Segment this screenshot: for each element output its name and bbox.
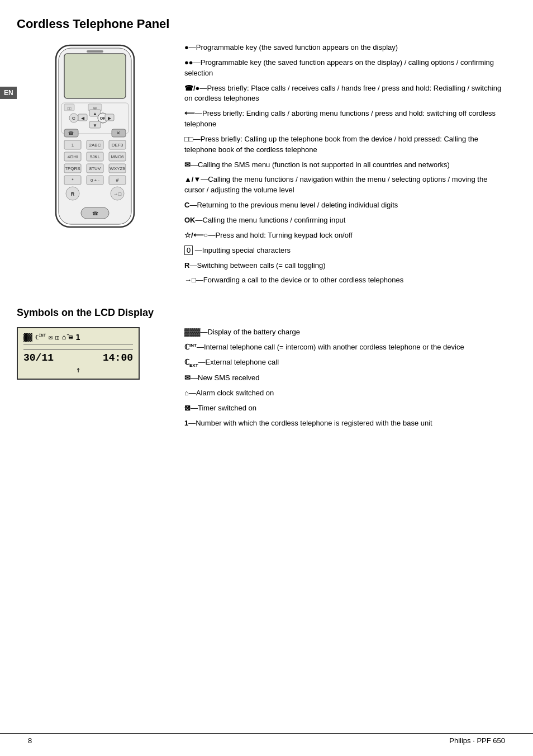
lcd-date: 30/11 (23, 352, 54, 363)
lcd-cursor-row: ↑ (23, 365, 133, 374)
bullet-7: ▲/▼ (184, 175, 201, 183)
lcd-middle-row (23, 347, 133, 350)
lcd-book-icon: ◫ (55, 334, 59, 341)
desc-item-1: ●—Programmable key (the saved function a… (184, 42, 505, 53)
lcd-battery-icon: ▓▓ (23, 333, 32, 342)
desc-item-11: 0 —Inputting special characters (184, 245, 505, 256)
svg-text:0 + -: 0 + - (91, 178, 100, 183)
desc-item-6: ✉—Calling the SMS menu (function is not … (184, 160, 505, 171)
lcd-time: 14:00 (103, 352, 133, 363)
phone-container: □□ ✉ C ▲ OK (17, 42, 173, 233)
svg-text:1: 1 (72, 143, 74, 148)
svg-text:□□: □□ (67, 107, 72, 110)
bullet-13: →□ (184, 276, 196, 284)
lcd-alarm-icon: ⌂̈ (62, 333, 66, 341)
desc-item-13: →□—Forwarding a call to the device or to… (184, 275, 505, 286)
lcd-display: ▓▓ ℂINT ✉ ◫ ⌂̈ ⊠ 1 30/11 14:00 ↑ (17, 327, 140, 380)
desc-item-3: ☎/●—Press briefly: Place calls / receive… (184, 83, 505, 105)
lcd-two-col: ▓▓ ℂINT ✉ ◫ ⌂̈ ⊠ 1 30/11 14:00 ↑ (17, 327, 505, 433)
svg-text:C: C (72, 116, 75, 121)
lcd-section: Symbols on the LCD Display ▓▓ ℂINT ✉ ◫ ⌂… (17, 307, 505, 433)
bullet-4: ⟵ (184, 109, 195, 117)
desc-item-5: □□—Press briefly: Calling up the telepho… (184, 134, 505, 155)
lcd-top-row: ▓▓ ℂINT ✉ ◫ ⌂̈ ⊠ 1 (23, 333, 133, 344)
svg-text:7PQRS: 7PQRS (65, 166, 80, 171)
desc-item-8: C—Returning to the previous menu level /… (184, 200, 505, 211)
lcd-sym-5: ⌂—Alarm clock switched on (184, 388, 505, 399)
sms-icon: ✉ (184, 374, 191, 382)
alarm-icon: ⌂ (184, 389, 189, 397)
svg-text:R: R (71, 191, 75, 197)
bold-r: R (184, 261, 189, 270)
section2-title: Symbols on the LCD Display (17, 307, 505, 319)
svg-text:◀: ◀ (81, 116, 85, 121)
lcd-sym-7: 1—Number with which the cordless telepho… (184, 418, 505, 429)
top-section: □□ ✉ C ▲ OK (17, 42, 505, 290)
desc-item-9: OK—Calling the menu functions / confirmi… (184, 215, 505, 226)
lcd-number: 1 (75, 333, 80, 342)
svg-rect-2 (64, 54, 126, 98)
desc-item-4: ⟵—Press briefly: Ending calls / aborting… (184, 108, 505, 130)
language-tab: EN (0, 87, 17, 99)
bold-ok: OK (184, 216, 196, 224)
lcd-sym-2: ℂINT—Internal telephone call (= intercom… (184, 342, 505, 353)
page-number: 8 (28, 736, 32, 745)
svg-text:▼: ▼ (93, 123, 97, 128)
desc-item-10: ☆/⟵○—Press and hold: Turning keypad lock… (184, 230, 505, 241)
bullet-2: ●● (184, 58, 193, 67)
page-title: Cordless Telephone Panel (17, 17, 505, 31)
svg-text:2ABC: 2ABC (89, 143, 101, 148)
lcd-cursor: ↑ (76, 365, 80, 374)
brand-name: Philips · PPF 650 (449, 736, 505, 745)
bullet-1: ● (184, 43, 189, 51)
number-1-label: 1 (184, 419, 188, 427)
lcd-bottom-row: 30/11 14:00 (23, 352, 133, 363)
svg-text:✕: ✕ (116, 130, 121, 136)
bullet-10: ☆/⟵○ (184, 231, 208, 239)
svg-text:WXYZ9: WXYZ9 (110, 166, 125, 171)
lcd-sym-6: ⊠—Timer switched on (184, 403, 505, 414)
svg-text:4GHI: 4GHI (68, 154, 78, 159)
battery-icon: ▓▓▓ (184, 328, 200, 336)
lcd-sym-3: ℂEXT—External telephone call (184, 357, 505, 368)
svg-text:MNO6: MNO6 (111, 154, 124, 159)
page-footer: 8 Philips · PPF 650 (0, 733, 533, 745)
svg-text:*: * (72, 177, 74, 183)
bold-c: C (184, 201, 189, 209)
lcd-sym-1: ▓▓▓—Display of the battery charge (184, 327, 505, 338)
timer-icon: ⊠ (184, 404, 191, 412)
desc-item-2: ●●—Programmable key (the saved function … (184, 58, 505, 79)
svg-text:▶: ▶ (108, 116, 112, 121)
desc-item-12: R—Switching between calls (= call toggli… (184, 261, 505, 271)
svg-text:☎: ☎ (92, 211, 98, 216)
bullet-3: ☎/● (184, 84, 199, 92)
lcd-image-col: ▓▓ ℂINT ✉ ◫ ⌂̈ ⊠ 1 30/11 14:00 ↑ (17, 327, 173, 433)
lcd-int-icon: ℂINT (35, 333, 46, 341)
ext-call-icon: ℂEXT (184, 358, 198, 366)
svg-text:#: # (116, 177, 118, 183)
bullet-5: □□ (184, 135, 193, 143)
lcd-desc-col: ▓▓▓—Display of the battery charge ℂINT—I… (184, 327, 505, 433)
descriptions-col: ●—Programmable key (the saved function a… (184, 42, 505, 290)
svg-text:▲: ▲ (93, 111, 97, 116)
lcd-sms-icon: ✉ (49, 333, 53, 341)
bullet-6: ✉ (184, 160, 191, 169)
svg-text:5JKL: 5JKL (90, 154, 101, 159)
svg-text:☎: ☎ (68, 131, 74, 136)
phone-illustration: □□ ✉ C ▲ OK (39, 42, 151, 233)
svg-text:→□: →□ (113, 191, 122, 197)
svg-rect-3 (87, 50, 103, 53)
page: EN Cordless Telephone Panel (0, 0, 533, 756)
zero-box: 0 (184, 245, 193, 255)
phone-image-col: □□ ✉ C ▲ OK (17, 42, 173, 290)
lcd-timer-icon: ⊠ (69, 333, 73, 341)
int-call-icon: ℂINT (184, 343, 197, 351)
desc-item-7: ▲/▼—Calling the menu functions / navigat… (184, 174, 505, 196)
svg-text:8TUV: 8TUV (89, 166, 101, 171)
svg-text:DEF3: DEF3 (112, 143, 123, 148)
lcd-sym-4: ✉—New SMS received (184, 373, 505, 384)
